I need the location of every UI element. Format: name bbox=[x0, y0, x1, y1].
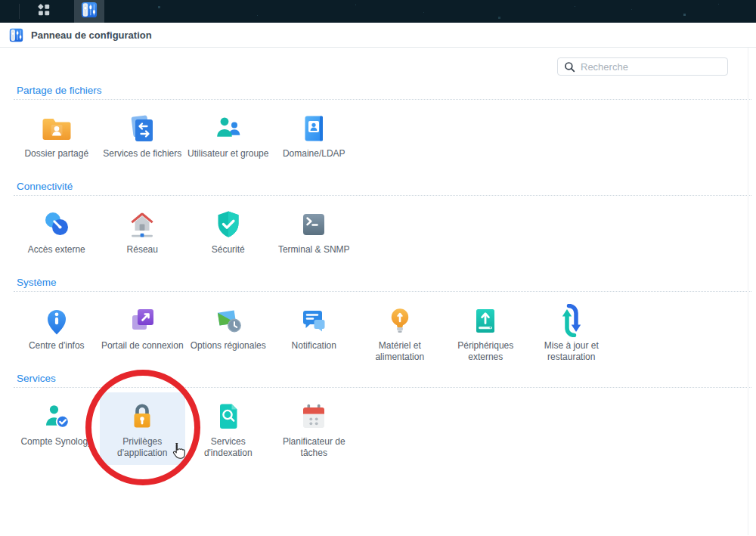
app-item-label: Réseau bbox=[101, 244, 184, 256]
external-devices-icon bbox=[469, 304, 502, 337]
app-privileges-icon bbox=[125, 400, 159, 433]
app-item-login-portal[interactable]: Portail de connexion bbox=[100, 296, 186, 369]
app-item-hardware-power[interactable]: Matériel et alimentation bbox=[357, 296, 443, 369]
app-item-network[interactable]: Réseau bbox=[100, 200, 186, 273]
window-title: Panneau de configuration bbox=[31, 29, 152, 41]
app-item-label: Centre d'infos bbox=[15, 340, 98, 352]
app-item-label: Sécurité bbox=[187, 244, 270, 256]
indexing-service-icon bbox=[212, 400, 245, 433]
section-title-services: Services bbox=[14, 373, 751, 388]
search-input[interactable] bbox=[557, 57, 728, 76]
app-item-label: Notification bbox=[273, 340, 356, 352]
section-system: Système Centre d'infos Portail de connex… bbox=[14, 277, 751, 369]
app-item-task-scheduler[interactable]: Planificateur de tâches bbox=[271, 392, 358, 465]
section-grid: Centre d'infos Portail de connexion Opti… bbox=[14, 292, 751, 369]
notification-icon bbox=[297, 304, 330, 337]
app-item-label: Services d'indexation bbox=[187, 436, 270, 459]
sections-container: Partage de fichiers Dossier partagé Serv… bbox=[0, 48, 756, 465]
app-item-label: Terminal & SNMP bbox=[273, 244, 356, 256]
app-item-user-group[interactable]: Utilisateur et groupe bbox=[185, 104, 271, 177]
external-access-icon bbox=[40, 208, 73, 241]
security-icon bbox=[212, 208, 245, 241]
taskbar bbox=[0, 0, 756, 23]
app-item-label: Planificateur de tâches bbox=[273, 436, 356, 459]
section-grid: Compte Synology Privilèges d'application… bbox=[14, 388, 751, 465]
search-box bbox=[557, 57, 728, 76]
domain-ldap-icon bbox=[297, 112, 330, 145]
network-icon bbox=[125, 208, 159, 241]
app-item-label: Compte Synology bbox=[15, 436, 98, 448]
app-item-file-services[interactable]: Services de fichiers bbox=[100, 104, 186, 177]
taskbar-star-field bbox=[0, 0, 1, 1]
app-item-synology-account[interactable]: Compte Synology bbox=[14, 392, 100, 465]
section-title-system: Système bbox=[14, 277, 751, 292]
window-titlebar: Panneau de configuration bbox=[0, 23, 756, 48]
section-title-connectivity: Connectivité bbox=[14, 181, 751, 196]
section-grid: Dossier partagé Services de fichiers Uti… bbox=[14, 100, 751, 177]
app-item-label: Domaine/LDAP bbox=[273, 148, 356, 160]
control-panel-content: Partage de fichiers Dossier partagé Serv… bbox=[0, 48, 756, 535]
control-panel-icon bbox=[9, 28, 23, 42]
app-item-app-privileges[interactable]: Privilèges d'application bbox=[100, 392, 186, 465]
app-item-label: Périphériques externes bbox=[445, 340, 528, 363]
app-item-notification[interactable]: Notification bbox=[271, 296, 358, 369]
app-item-label: Portail de connexion bbox=[101, 340, 184, 352]
synology-account-icon bbox=[40, 400, 73, 433]
app-item-regional-options[interactable]: Options régionales bbox=[185, 296, 271, 369]
section-grid: Accès externe Réseau Sécurité Terminal &… bbox=[14, 196, 751, 273]
app-item-domain-ldap[interactable]: Domaine/LDAP bbox=[271, 104, 358, 177]
regional-options-icon bbox=[212, 304, 245, 337]
app-item-label: Services de fichiers bbox=[101, 148, 184, 160]
user-group-icon bbox=[212, 112, 245, 145]
app-item-terminal-snmp[interactable]: Terminal & SNMP bbox=[271, 200, 358, 273]
file-services-icon bbox=[125, 112, 159, 145]
main-menu-button[interactable] bbox=[30, 0, 57, 23]
app-item-label: Privilèges d'application bbox=[101, 436, 184, 459]
window-right-border bbox=[748, 48, 748, 535]
task-scheduler-icon bbox=[297, 400, 330, 433]
terminal-snmp-icon bbox=[297, 208, 330, 241]
app-item-label: Mise à jour et restauration bbox=[530, 340, 613, 363]
shared-folder-icon bbox=[40, 112, 73, 145]
login-portal-icon bbox=[125, 304, 159, 337]
search-icon bbox=[564, 61, 575, 73]
hardware-power-icon bbox=[383, 304, 417, 337]
section-services: Services Compte Synology Privilèges d'ap… bbox=[14, 373, 751, 465]
app-item-shared-folder[interactable]: Dossier partagé bbox=[14, 104, 100, 177]
app-item-update-restore[interactable]: Mise à jour et restauration bbox=[528, 296, 615, 369]
app-item-label: Accès externe bbox=[15, 244, 98, 256]
app-item-external-access[interactable]: Accès externe bbox=[14, 200, 100, 273]
control-panel-icon bbox=[81, 2, 98, 21]
app-item-external-devices[interactable]: Périphériques externes bbox=[443, 296, 529, 369]
section-connectivity: Connectivité Accès externe Réseau Sécuri… bbox=[14, 181, 751, 273]
app-item-security[interactable]: Sécurité bbox=[185, 200, 271, 273]
app-item-label: Matériel et alimentation bbox=[358, 340, 442, 363]
taskbar-divider bbox=[19, 4, 20, 19]
app-item-info-center[interactable]: Centre d'infos bbox=[14, 296, 100, 369]
section-title-file-sharing: Partage de fichiers bbox=[14, 85, 751, 100]
app-item-label: Dossier partagé bbox=[15, 148, 98, 160]
update-restore-icon bbox=[555, 304, 588, 337]
info-center-icon bbox=[40, 304, 73, 337]
section-file-sharing: Partage de fichiers Dossier partagé Serv… bbox=[14, 85, 751, 177]
control-panel-taskbar-button[interactable] bbox=[74, 0, 104, 23]
app-grid-icon bbox=[36, 2, 51, 20]
app-item-label: Utilisateur et groupe bbox=[187, 148, 270, 160]
app-item-label: Options régionales bbox=[187, 340, 270, 352]
app-item-indexing-service[interactable]: Services d'indexation bbox=[185, 392, 271, 465]
